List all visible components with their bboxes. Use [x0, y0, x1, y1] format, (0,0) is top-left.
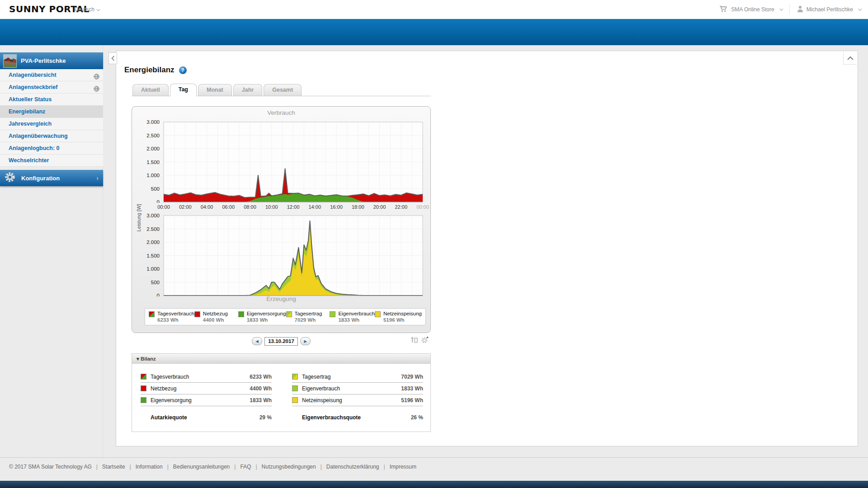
bilanz-row-tagesverbrauch: Tagesverbrauch 6233 Wh	[141, 371, 272, 383]
svg-text:1.000: 1.000	[146, 173, 160, 178]
plant-name: PVA-Perlitschke	[21, 57, 66, 64]
tab-monat[interactable]: Monat	[198, 84, 232, 96]
swatch-lightgreen-icon	[292, 385, 298, 391]
bilanz-row-autarkiequote: Autarkiequote 29 %	[141, 412, 272, 423]
next-day-button[interactable]: ▶	[300, 337, 311, 345]
footer: © 2017 SMA Solar Technology AGStartseite…	[0, 457, 868, 470]
footer-link-faq[interactable]: FAQ	[230, 464, 251, 470]
swatch-yellow-icon	[375, 311, 381, 317]
swatch-red-green-icon	[149, 311, 155, 317]
main-panel: Energiebilanz ? Aktuell Tag Monat Jahr G…	[116, 51, 858, 446]
sidebar-item-anlagensteckbrief[interactable]: Anlagensteckbrief	[0, 81, 103, 94]
verbrauch-chart: 05001.0001.5002.0002.5003.000	[136, 118, 425, 203]
top-bar: SUNNY PORTAL Deutsch SMA Online Store Mi…	[0, 0, 868, 19]
chevron-right-icon: ›	[96, 174, 99, 182]
chevron-down-icon	[96, 7, 100, 11]
chart-title-verbrauch: Verbrauch	[132, 109, 430, 118]
sidebar-item-wechselrichter[interactable]: Wechselrichter	[0, 155, 103, 167]
sidebar: PVA-Perlitschke Anlagenübersicht Anlagen…	[0, 45, 103, 457]
footer-link-nutzungsbedingungen[interactable]: Nutzungsbedingungen	[251, 464, 316, 470]
chevron-up-icon	[847, 56, 854, 60]
swatch-lightgreen-icon	[330, 311, 335, 317]
date-input[interactable]	[264, 337, 298, 346]
sidebar-item-anlagenlogbuch[interactable]: Anlagenlogbuch: 0	[0, 142, 103, 155]
cart-icon	[719, 5, 728, 14]
chart-title-erzeugung: Erzeugung	[132, 296, 430, 305]
swatch-red-icon	[194, 311, 200, 317]
chart-settings-icon[interactable]	[421, 336, 429, 346]
tab-jahr[interactable]: Jahr	[233, 84, 262, 96]
previous-day-button[interactable]: ◀	[252, 337, 262, 345]
tab-aktuell[interactable]: Aktuell	[132, 84, 169, 96]
svg-text:2.000: 2.000	[146, 239, 160, 245]
legend-eigenverbrauch: Eigenverbrauch1833 Wh	[330, 311, 375, 323]
legend-netzeinspeisung: Netzeinspeisung5196 Wh	[375, 311, 422, 323]
chart-legend: Tagesverbrauch6233 Wh Netzbezug4400 Wh E…	[145, 308, 426, 325]
swatch-red-green-icon	[141, 374, 146, 380]
svg-text:500: 500	[151, 186, 160, 192]
sidebar-item-jahresvergleich[interactable]: Jahresvergleich	[0, 118, 103, 130]
bottom-bar	[0, 481, 868, 488]
help-icon[interactable]: ?	[179, 66, 187, 74]
bilanz-header[interactable]: ▾ Bilanz	[132, 354, 430, 364]
sidebar-item-aktueller-status[interactable]: Aktueller Status	[0, 94, 103, 106]
bilanz-row-eigenversorgung: Eigenversorgung 1833 Wh	[141, 394, 272, 406]
chevron-down-icon	[779, 7, 783, 10]
legend-eigenversorgung: Eigenversorgung1833 Wh	[238, 311, 286, 323]
swatch-red-icon	[141, 385, 146, 391]
footer-link-startseite[interactable]: Startseite	[92, 464, 125, 470]
swatch-green-icon	[238, 311, 244, 317]
svg-text:0: 0	[157, 199, 160, 203]
date-navigation: ◀ ▶	[132, 335, 431, 347]
svg-text:0: 0	[157, 293, 160, 296]
swatch-yellow-icon	[292, 397, 298, 403]
sidebar-item-anlagenuebersicht[interactable]: Anlagenübersicht	[0, 69, 103, 81]
footer-link-impressum[interactable]: Impressum	[379, 464, 416, 470]
bilanz-row-tagesertrag: Tagesertrag 7029 Wh	[292, 371, 423, 383]
sidebar-item-energiebilanz[interactable]: Energiebilanz	[0, 106, 103, 118]
tab-gesamt[interactable]: Gesamt	[264, 84, 302, 96]
footer-link-information[interactable]: Information	[125, 464, 163, 470]
svg-text:3.000: 3.000	[146, 119, 160, 125]
legend-netzbezug: Netzbezug4400 Wh	[194, 311, 238, 323]
svg-text:500: 500	[151, 280, 160, 285]
gear-icon	[4, 171, 16, 185]
header-banner	[0, 19, 868, 45]
svg-text:2.000: 2.000	[146, 146, 160, 151]
svg-text:3.000: 3.000	[146, 213, 160, 218]
footer-link-bedienungsanleitungen[interactable]: Bedienungsanleitungen	[163, 464, 230, 470]
user-menu[interactable]: Michael Perlitschke	[797, 5, 861, 14]
erzeugung-chart: 05001.0001.5002.0002.5003.000	[136, 212, 425, 296]
legend-tagesertrag: Tagesertrag7029 Wh	[286, 311, 330, 323]
svg-text:2.500: 2.500	[146, 133, 160, 138]
energy-chart-panel: Leistung [W] Verbrauch 05001.0001.5002.0…	[132, 106, 431, 333]
bilanz-row-netzeinspeisung: Netzeinspeisung 5196 Wh	[292, 394, 423, 406]
online-store-link[interactable]: SMA Online Store	[719, 5, 782, 14]
bilanz-row-eigenverbrauchsquote: Eigenverbrauchsquote 26 %	[292, 412, 423, 423]
footer-copyright: © 2017 SMA Solar Technology AG	[9, 464, 92, 470]
plant-thumbnail	[3, 54, 17, 68]
svg-text:1.500: 1.500	[146, 160, 160, 165]
x-axis-ticks: 00:0002:0004:0006:0008:0010:0012:0014:00…	[136, 203, 425, 212]
language-selector[interactable]: Deutsch	[75, 6, 99, 13]
sidebar-item-konfiguration[interactable]: Konfiguration ›	[0, 170, 103, 186]
chevron-down-icon	[858, 7, 862, 10]
bilanz-row-eigenverbrauch: Eigenverbrauch 1833 Wh	[292, 383, 423, 394]
tab-tag[interactable]: Tag	[170, 84, 197, 96]
svg-text:1.000: 1.000	[146, 266, 160, 272]
legend-tagesverbrauch: Tagesverbrauch6233 Wh	[149, 311, 194, 323]
page-title: Energiebilanz	[124, 66, 175, 75]
svg-text:2.500: 2.500	[146, 226, 160, 232]
scroll-top-button[interactable]	[843, 52, 857, 65]
sidebar-item-anlagenueberwachung[interactable]: Anlagenüberwachung	[0, 130, 103, 142]
swatch-green-icon	[141, 397, 146, 403]
footer-link-datenschutzerklaerung[interactable]: Datenschutzerklärung	[316, 464, 379, 470]
chevron-left-icon	[111, 56, 115, 61]
bilanz-panel: ▾ Bilanz Tagesverbrauch 6233 Wh Netzbezu…	[132, 353, 431, 432]
collapse-sidebar-button[interactable]	[108, 52, 117, 64]
publish-icon[interactable]	[410, 336, 418, 346]
sidebar-plant-header[interactable]: PVA-Perlitschke	[0, 52, 103, 69]
swatch-green-yellow-icon	[286, 311, 292, 317]
divider	[789, 5, 790, 14]
svg-text:1.500: 1.500	[146, 253, 160, 258]
